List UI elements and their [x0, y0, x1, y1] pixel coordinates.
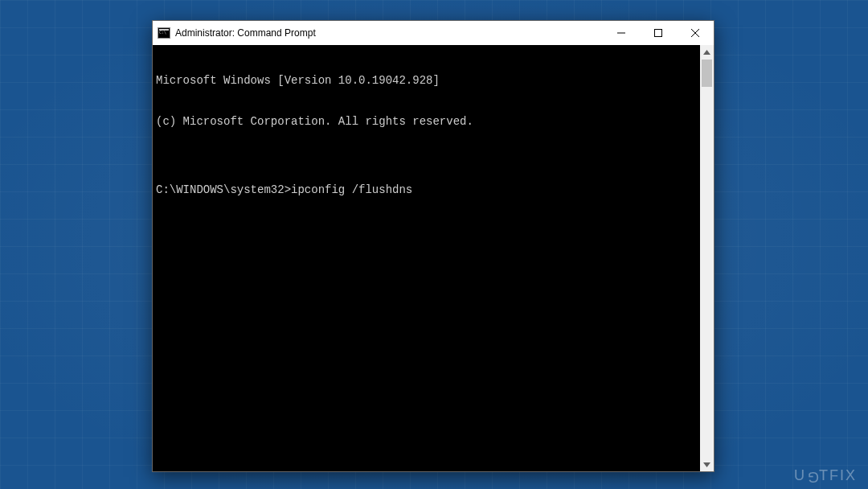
close-button[interactable]: [677, 21, 714, 45]
scroll-down-button[interactable]: [700, 458, 714, 471]
terminal-output[interactable]: Microsoft Windows [Version 10.0.19042.92…: [153, 45, 700, 471]
title-left: Administrator: Command Prompt: [153, 27, 603, 39]
chevron-down-icon: [703, 462, 710, 467]
scroll-up-button[interactable]: [700, 45, 714, 59]
window-title: Administrator: Command Prompt: [175, 27, 316, 39]
command-prompt-icon: [158, 27, 170, 39]
vertical-scrollbar[interactable]: [700, 45, 714, 471]
title-bar[interactable]: Administrator: Command Prompt: [153, 21, 714, 45]
watermark-text-post: TFIX: [819, 467, 857, 483]
terminal-area: Microsoft Windows [Version 10.0.19042.92…: [153, 45, 714, 471]
maximize-icon: [654, 29, 662, 37]
output-line: Microsoft Windows [Version 10.0.19042.92…: [156, 74, 697, 88]
command-input[interactable]: ipconfig /flushdns: [291, 183, 412, 197]
close-icon: [691, 29, 699, 37]
minimize-icon: [617, 29, 625, 37]
watermark: UGTFIX: [794, 467, 857, 484]
minimize-button[interactable]: [603, 21, 640, 45]
maximize-button[interactable]: [640, 21, 677, 45]
svg-rect-0: [617, 33, 625, 34]
command-prompt-window: Administrator: Command Prompt: [152, 20, 714, 472]
prompt-line: C:\WINDOWS\system32>ipconfig /flushdns: [156, 183, 697, 197]
svg-rect-1: [655, 30, 662, 37]
output-line: (c) Microsoft Corporation. All rights re…: [156, 115, 697, 129]
scroll-thumb[interactable]: [702, 60, 712, 87]
window-controls: [603, 21, 714, 45]
watermark-text-pre: U: [794, 467, 806, 483]
chevron-up-icon: [703, 50, 710, 55]
watermark-text-rot: G: [806, 468, 819, 485]
prompt-text: C:\WINDOWS\system32>: [156, 183, 291, 197]
svg-marker-5: [703, 462, 710, 467]
svg-marker-4: [703, 50, 710, 55]
